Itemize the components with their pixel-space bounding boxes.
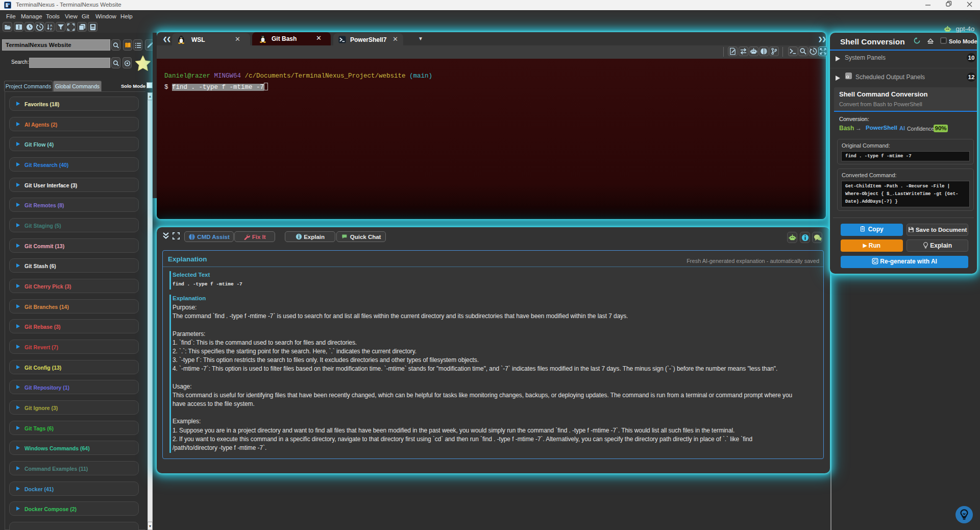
svg-text:Z: Z [50, 27, 52, 31]
